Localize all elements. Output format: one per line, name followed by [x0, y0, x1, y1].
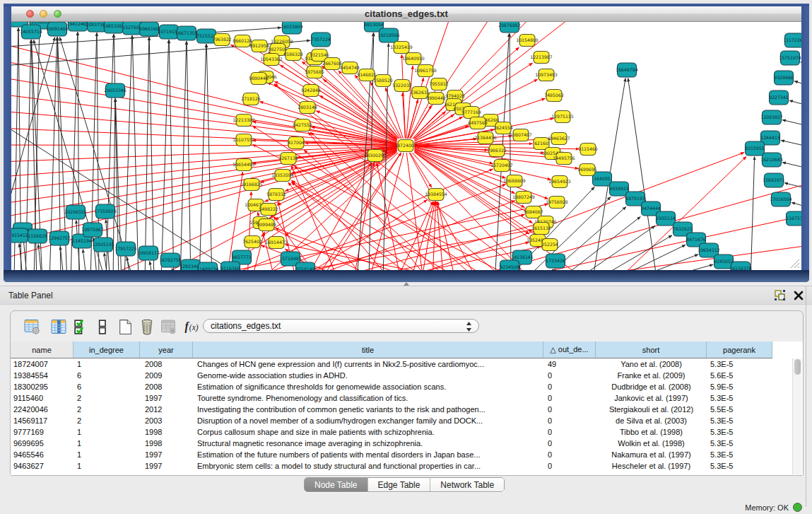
- graph-node-label: 8938923: [609, 186, 629, 191]
- frame-border-bottom: [4, 270, 809, 282]
- graph-node-label: 15751074: [779, 55, 801, 60]
- graph-edge: [409, 153, 481, 270]
- table-row[interactable]: 946362711997Embryonic stem cells: a mode…: [11, 460, 772, 472]
- graph-node-label: 20206556: [64, 209, 87, 214]
- table-row[interactable]: 1456911722003Disruption of a novel membe…: [11, 415, 772, 426]
- column-header-in_degree[interactable]: in_degree: [73, 341, 140, 358]
- graph-node-label: 12213382: [233, 117, 255, 122]
- table-cell: 0: [548, 415, 596, 426]
- column-header-pagerank[interactable]: pagerank: [707, 341, 772, 358]
- float-panel-icon[interactable]: [774, 289, 787, 302]
- memory-indicator-icon[interactable]: [793, 503, 802, 512]
- table-cell: 5.3E-5: [710, 415, 772, 426]
- table-row[interactable]: 1830029562008Estimation of significance …: [11, 381, 772, 392]
- table-row[interactable]: 946554611997Estimation of the future num…: [11, 449, 772, 460]
- graph-node-label: 16033809: [281, 24, 303, 29]
- table-cell: 6: [77, 381, 139, 392]
- graph-node-label: 9084067: [524, 209, 543, 214]
- table-mode-icon[interactable]: [23, 318, 40, 335]
- graph-node-label: 13325419: [390, 45, 413, 49]
- table-cell: 1998: [145, 426, 194, 438]
- table-cell: Disruption of a novel member of a sodium…: [197, 415, 543, 426]
- delete-table-icon[interactable]: [160, 318, 177, 335]
- graph-node-label: 1615132: [531, 226, 551, 230]
- table-row[interactable]: 977716911998Corpus callosum shape and si…: [11, 426, 772, 438]
- graph-node-label: 5875685: [305, 69, 324, 74]
- show-columns-icon[interactable]: [50, 318, 67, 335]
- table-cell: 9465546: [13, 449, 72, 460]
- graph-node-label: 9657771: [232, 255, 252, 259]
- graph-node-label: 6966160: [139, 26, 159, 31]
- table-chooser-dropdown[interactable]: citations_edges.txt: [203, 319, 479, 333]
- column-header-name[interactable]: name: [11, 341, 73, 358]
- graph-node-label: 5878332: [266, 192, 286, 197]
- graph-node-label: 1167535: [786, 216, 801, 221]
- function-builder-icon[interactable]: f(x): [184, 318, 201, 335]
- table-cell: 5.3E-5: [710, 460, 772, 472]
- window-titlebar: citations_edges.txt: [11, 6, 801, 22]
- table-cell: 18724007: [13, 358, 72, 370]
- table-cell: 5.5E-5: [710, 404, 772, 415]
- table-cell: 5.3E-5: [710, 392, 772, 404]
- right-rail-line: [806, 286, 806, 507]
- resize-grip-icon[interactable]: [789, 258, 800, 269]
- delete-column-icon[interactable]: [139, 318, 155, 335]
- table-cell: 1: [77, 460, 139, 472]
- table-cell: 2008: [145, 381, 194, 392]
- new-column-icon[interactable]: [117, 318, 134, 335]
- graph-node-label: 9116360: [220, 266, 240, 270]
- tab-node-table[interactable]: Node Table: [305, 478, 368, 491]
- graph-node-label: 62160: [534, 141, 548, 146]
- tab-network-table[interactable]: Network Table: [430, 478, 504, 491]
- column-header-short[interactable]: short: [596, 341, 707, 358]
- network-canvas[interactable]: 2039228321196813194124632093710714055714…: [11, 22, 801, 270]
- close-button[interactable]: [26, 10, 34, 18]
- graph-node-label: 16671355: [175, 30, 198, 35]
- graph-node-label: 8471676: [686, 237, 706, 242]
- table-vertical-scrollbar[interactable]: [792, 358, 802, 474]
- table-cell: Changes of HCN gene expression and I(f) …: [197, 358, 543, 370]
- window-title: citations_edges.txt: [11, 6, 801, 21]
- graph-node-label: 9794028: [445, 93, 465, 98]
- column-header-year[interactable]: year: [140, 341, 193, 358]
- table-row[interactable]: 1872400712008Changes of HCN gene express…: [11, 358, 772, 370]
- zoom-button[interactable]: [54, 10, 61, 18]
- table-cell: Investigating the contribution of common…: [197, 404, 543, 415]
- table-row[interactable]: 969969511998Structural magnetic resonanc…: [11, 438, 772, 449]
- graph-node-label: 8186328: [283, 52, 303, 57]
- graph-edge: [268, 83, 397, 142]
- table-panel-header: Table Panel: [0, 286, 812, 305]
- table-cell: 0: [548, 381, 596, 392]
- table-cell: Corpus callosum shape and size in male p…: [197, 426, 543, 438]
- table-row[interactable]: 911546021997Tourette syndrome. Phenomeno…: [11, 392, 772, 404]
- scrollbar-thumb[interactable]: [794, 359, 801, 375]
- table-cell: 5.6E-5: [710, 370, 772, 381]
- graph-node-label: 3915412: [11, 233, 28, 238]
- table-cell: 9463627: [13, 460, 72, 472]
- table-cell: 9115460: [13, 392, 72, 404]
- table-cell: 5.3E-5: [710, 426, 772, 438]
- close-panel-icon[interactable]: [792, 289, 805, 302]
- table-cell: Embryonic stem cells: a model to study s…: [197, 460, 543, 472]
- column-header-out_de[interactable]: △ out_de...: [543, 341, 596, 358]
- graph-edge: [206, 45, 212, 271]
- table-row[interactable]: 2242004622012Investigating the contribut…: [11, 404, 772, 415]
- table-row[interactable]: 1938455462009Genome-wide association stu…: [11, 370, 772, 381]
- graph-edge: [784, 183, 801, 192]
- graph-edge: [590, 245, 686, 270]
- graph-node-label: 9234509: [500, 264, 519, 269]
- column-header-title[interactable]: title: [193, 341, 543, 358]
- minimize-button[interactable]: [40, 10, 47, 18]
- select-all-icon[interactable]: [73, 318, 90, 335]
- tab-edge-table[interactable]: Edge Table: [368, 478, 431, 491]
- table-cell: 2: [77, 404, 139, 415]
- table-cell: 5.3E-5: [710, 438, 772, 449]
- graph-node-label: 7632621: [673, 226, 693, 231]
- graph-node-label: 8813054: [364, 22, 384, 27]
- graph-node-label: 417004: [288, 140, 305, 145]
- table-cell: 1998: [145, 438, 194, 449]
- unselect-all-icon[interactable]: [96, 318, 113, 335]
- graph-node-label: 8990448: [426, 95, 446, 100]
- graph-edge: [145, 37, 149, 271]
- graph-node-label: 9242848: [301, 88, 321, 93]
